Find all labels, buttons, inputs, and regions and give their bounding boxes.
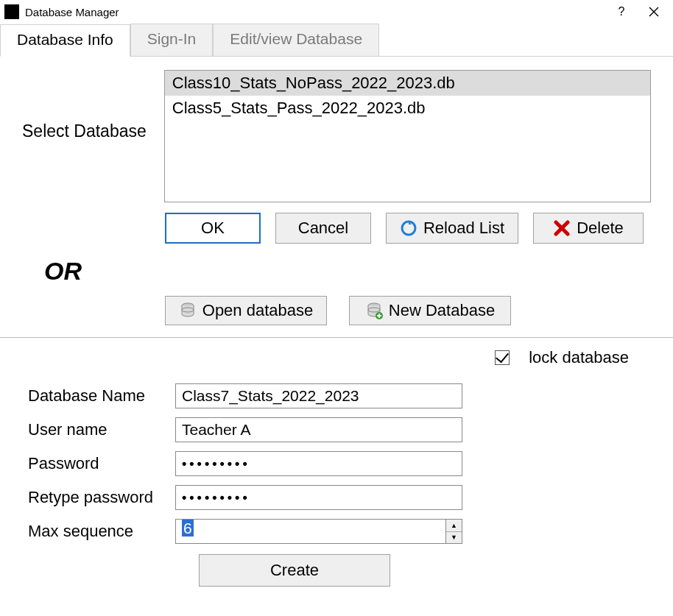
create-button[interactable]: Create	[199, 554, 390, 587]
or-label: OR	[44, 257, 651, 286]
reload-list-label: Reload List	[423, 219, 504, 238]
reload-list-button[interactable]: Reload List	[386, 213, 518, 244]
delete-label: Delete	[577, 219, 624, 238]
close-button[interactable]	[638, 1, 670, 22]
max-sequence-input[interactable]: 6	[176, 520, 445, 543]
separator	[0, 337, 673, 338]
app-icon	[4, 4, 19, 19]
select-database-label: Select Database	[22, 121, 147, 141]
tab-bar: Database Info Sign-In Edit/view Database	[0, 24, 673, 57]
titlebar: Database Manager ?	[0, 0, 673, 24]
tab-edit-view-database[interactable]: Edit/view Database	[213, 24, 379, 56]
retype-password-label: Retype password	[28, 488, 175, 507]
user-name-label: User name	[28, 420, 175, 439]
new-database-button[interactable]: New Database	[349, 296, 511, 325]
window-title: Database Manager	[25, 6, 605, 18]
open-database-label: Open database	[202, 301, 313, 320]
reload-icon	[400, 219, 417, 237]
retype-password-input[interactable]	[175, 485, 462, 510]
list-item[interactable]: Class10_Stats_NoPass_2022_2023.db	[165, 71, 650, 96]
database-name-label: Database Name	[28, 386, 175, 406]
lock-database-checkbox[interactable]	[495, 350, 510, 365]
database-add-icon	[365, 302, 383, 319]
delete-button[interactable]: Delete	[533, 213, 644, 244]
database-icon	[179, 302, 197, 319]
max-sequence-label: Max sequence	[28, 522, 175, 541]
tab-sign-in[interactable]: Sign-In	[130, 24, 214, 56]
password-input[interactable]	[175, 451, 462, 476]
open-database-button[interactable]: Open database	[165, 296, 327, 325]
list-item[interactable]: Class5_Stats_Pass_2022_2023.db	[165, 96, 650, 121]
delete-icon	[553, 219, 571, 237]
lock-database-label: lock database	[529, 348, 629, 367]
tab-database-info[interactable]: Database Info	[0, 24, 130, 57]
database-listbox[interactable]: Class10_Stats_NoPass_2022_2023.db Class5…	[164, 70, 651, 202]
max-sequence-stepper[interactable]: 6 ▲ ▼	[175, 519, 462, 544]
user-name-input[interactable]	[175, 417, 462, 442]
ok-button[interactable]: OK	[165, 213, 261, 244]
spin-up-button[interactable]: ▲	[446, 520, 462, 532]
spin-down-button[interactable]: ▼	[446, 532, 462, 544]
cancel-button[interactable]: Cancel	[275, 213, 371, 244]
close-icon	[649, 7, 659, 17]
tab-content: Select Database Class10_Stats_NoPass_202…	[0, 57, 673, 325]
password-label: Password	[28, 454, 175, 473]
help-button[interactable]: ?	[605, 1, 638, 22]
database-name-input[interactable]	[175, 383, 462, 408]
new-database-label: New Database	[389, 301, 495, 320]
